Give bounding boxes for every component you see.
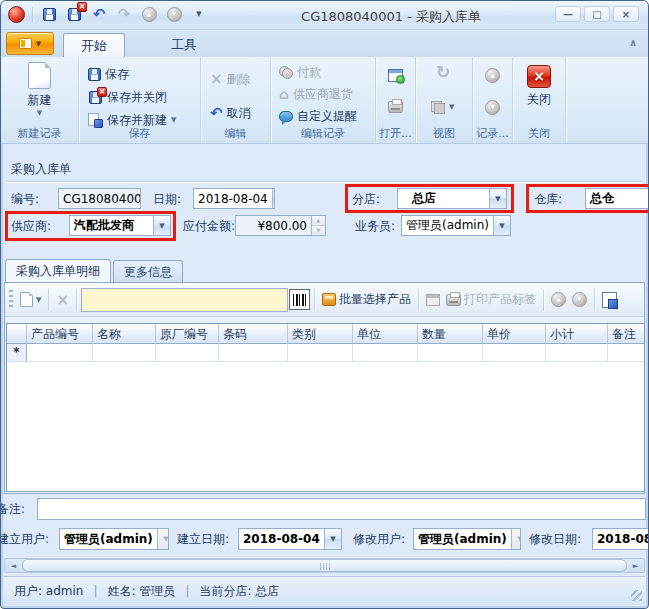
column-header[interactable]: 单价 — [483, 324, 546, 344]
chevron-down-icon[interactable]: ▼ — [493, 216, 510, 235]
grid-cell[interactable] — [288, 344, 353, 362]
warehouse-field[interactable]: 总仓 — [585, 188, 649, 209]
resize-grip[interactable] — [631, 590, 642, 601]
cancel-button[interactable]: ↶ 取消 — [210, 103, 251, 123]
column-header[interactable]: 产品编号 — [27, 324, 93, 344]
group-label: 编辑记录 — [271, 126, 375, 141]
qat-prev-record-button[interactable]: ▲ — [140, 5, 158, 23]
qat-save-button[interactable] — [40, 5, 58, 23]
toolbar-grip[interactable] — [9, 290, 13, 310]
scrollbar-thumb[interactable] — [22, 559, 627, 572]
close-button[interactable]: × — [613, 6, 639, 22]
new-button[interactable]: 新建 ▼ — [1, 62, 78, 117]
grid-cell[interactable] — [156, 344, 219, 362]
minimize-button[interactable]: — — [555, 6, 581, 22]
chevron-down-icon[interactable]: ▼ — [324, 529, 341, 549]
spin-up-icon[interactable]: ▲ — [312, 216, 325, 225]
layout-button[interactable]: ▼ — [431, 97, 454, 117]
open-related-button[interactable] — [388, 65, 403, 85]
save-button[interactable]: 保存 — [88, 64, 129, 84]
number-field[interactable]: CG1808040001 — [58, 188, 141, 209]
export-button[interactable] — [599, 290, 620, 310]
horizontal-scrollbar[interactable]: ◄ ► — [4, 558, 645, 573]
grid-cell[interactable] — [353, 344, 418, 362]
column-header[interactable]: 备注 — [608, 324, 644, 344]
print-product-labels-button[interactable]: 打印产品标签 — [443, 289, 539, 310]
scroll-left-button[interactable]: ◄ — [6, 559, 21, 572]
column-header[interactable]: 单位 — [353, 324, 418, 344]
grid-cell[interactable] — [546, 344, 608, 362]
app-logo-icon[interactable] — [8, 6, 25, 23]
modified-date-field[interactable]: 2018-08-0 — [592, 528, 649, 550]
date-field[interactable]: 2018-08-04 ▼ — [193, 188, 275, 209]
close-form-button[interactable]: × 关闭 — [513, 65, 565, 108]
grid-cell[interactable] — [219, 344, 288, 362]
save-close-label: 保存并关闭 — [107, 89, 167, 106]
modified-user-field[interactable]: 管理员(admin) ▼ — [413, 528, 521, 550]
maximize-button[interactable]: □ — [584, 6, 610, 22]
remove-line-button[interactable]: × — [53, 289, 72, 311]
refresh-button[interactable]: ↻ — [436, 62, 450, 82]
qat-save-close-button[interactable]: × — [65, 5, 83, 23]
amount-spinner[interactable]: ▲ ▼ — [311, 216, 325, 235]
column-header[interactable]: 数量 — [418, 324, 483, 344]
scroll-right-button[interactable]: ► — [628, 559, 643, 572]
divider — [543, 289, 544, 311]
prev-record-button[interactable]: ▲ — [485, 65, 500, 85]
supplier-field[interactable]: 汽配批发商 ▼ — [69, 215, 171, 236]
chevron-down-icon[interactable]: ▼ — [272, 189, 275, 208]
tab-home[interactable]: 开始 — [63, 33, 125, 57]
divider — [7, 181, 642, 182]
next-record-button[interactable]: ▼ — [485, 97, 500, 117]
qat-undo-button[interactable]: ↶ — [90, 5, 108, 23]
grid-cell[interactable] — [93, 344, 156, 362]
grid-cell[interactable] — [418, 344, 483, 362]
label-form-button[interactable] — [423, 292, 443, 308]
application-menu-button[interactable]: ▼ — [6, 32, 54, 55]
column-header[interactable]: 条码 — [219, 324, 288, 344]
export-icon — [602, 292, 617, 308]
barcode-scan-input[interactable] — [81, 288, 288, 312]
payment-button[interactable]: 付款 — [279, 62, 321, 82]
branch-field[interactable]: 总店 ▼ — [397, 188, 507, 209]
barcode-button[interactable] — [289, 289, 310, 310]
amount-field[interactable]: ¥800.00 ▲ ▼ — [235, 215, 326, 236]
grid-cell[interactable] — [27, 344, 93, 362]
modified-user-value: 管理员(admin) — [414, 531, 511, 548]
move-line-up-button[interactable]: ▲ — [548, 290, 569, 309]
spin-down-icon[interactable]: ▼ — [312, 225, 325, 235]
add-line-button[interactable]: ▼ — [17, 290, 44, 309]
chevron-down-icon[interactable]: ▼ — [153, 216, 170, 235]
supplier-return-button[interactable]: ⌂ 供应商退货 — [279, 84, 353, 104]
chevron-down-icon[interactable]: ▼ — [511, 529, 521, 549]
grid-new-row[interactable]: * — [7, 344, 644, 362]
tab-tools[interactable]: 工具 — [154, 33, 214, 57]
salesman-field[interactable]: 管理员(admin) ▼ — [401, 215, 511, 236]
created-date-field[interactable]: 2018-08-04 ▼ — [238, 528, 342, 550]
new-row-marker: * — [7, 344, 27, 362]
ribbon-collapse-icon[interactable]: ∧ — [629, 37, 637, 48]
tab-detail-lines[interactable]: 采购入库单明细 — [5, 259, 111, 283]
grid-cell[interactable] — [608, 344, 644, 362]
created-user-field[interactable]: 管理员(admin) ▼ — [59, 528, 169, 550]
column-header[interactable]: 类别 — [288, 324, 353, 344]
qat-redo-button[interactable]: ↷ — [115, 5, 133, 23]
move-line-down-button[interactable]: ▼ — [569, 290, 590, 309]
column-header[interactable]: 小计 — [546, 324, 608, 344]
chevron-down-icon[interactable]: ▼ — [489, 189, 506, 208]
remark-input[interactable] — [37, 498, 646, 520]
batch-select-products-button[interactable]: 批量选择产品 — [319, 289, 414, 310]
grid-cell[interactable] — [483, 344, 546, 362]
save-and-close-button[interactable]: × 保存并关闭 — [88, 87, 167, 107]
tab-more-info[interactable]: 更多信息 — [113, 260, 183, 283]
detail-tab-strip: 采购入库单明细 更多信息 — [5, 259, 185, 283]
column-header[interactable]: 名称 — [93, 324, 156, 344]
delete-button[interactable]: × 删除 — [210, 69, 251, 89]
chevron-down-icon[interactable]: ▼ — [157, 529, 169, 549]
print-button[interactable] — [388, 97, 403, 117]
batch-select-label: 批量选择产品 — [339, 291, 411, 308]
custom-reminder-button[interactable]: 自定义提醒 — [279, 106, 357, 126]
custom-reminder-label: 自定义提醒 — [297, 108, 357, 125]
print-labels-label: 打印产品标签 — [464, 291, 536, 308]
column-header[interactable]: 原厂编号 — [156, 324, 219, 344]
